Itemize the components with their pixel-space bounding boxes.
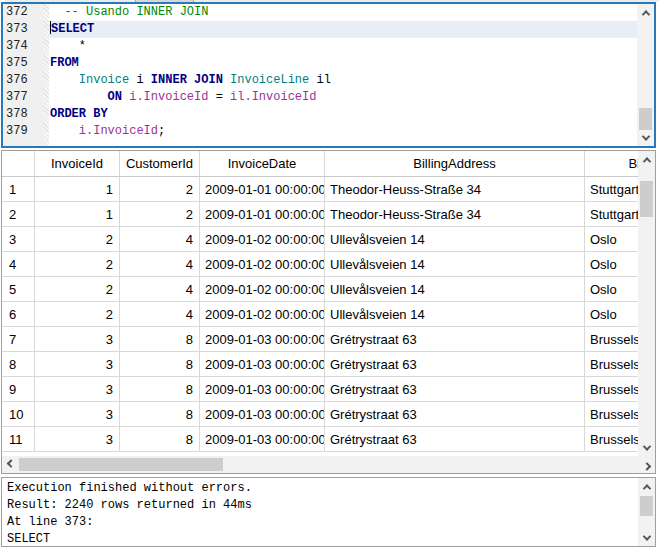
results-scroll-right-button[interactable] (638, 456, 655, 473)
table-cell[interactable]: 8 (120, 327, 200, 352)
table-cell[interactable]: 8 (120, 377, 200, 402)
table-cell[interactable]: 2009-01-01 00:00:00 (200, 177, 325, 202)
code-text[interactable]: i.InvoiceId; (49, 123, 637, 140)
table-cell[interactable]: 2009-01-03 00:00:00 (200, 327, 325, 352)
table-cell[interactable]: 2009-01-02 00:00:00 (200, 227, 325, 252)
table-cell[interactable]: Oslo (585, 252, 638, 277)
log-scroll-down-button[interactable] (638, 529, 655, 546)
log-vertical-scrollbar[interactable] (638, 478, 655, 546)
table-cell[interactable]: Ullevålsveien 14 (325, 252, 585, 277)
execution-log-pane[interactable]: Execution finished without errors.Result… (1, 477, 656, 547)
results-hscrollbar-thumb[interactable] (19, 458, 223, 471)
code-line[interactable]: 373SELECT (3, 21, 637, 38)
table-row[interactable]: 5242009-01-02 00:00:00Ullevålsveien 14Os… (2, 277, 638, 302)
row-number[interactable]: 9 (2, 377, 35, 402)
table-cell[interactable]: 2009-01-03 00:00:00 (200, 402, 325, 427)
table-cell[interactable]: 8 (120, 352, 200, 377)
table-row[interactable]: 11382009-01-03 00:00:00Grétrystraat 63Br… (2, 427, 638, 452)
results-scroll-down-button[interactable] (638, 439, 655, 456)
table-cell[interactable]: Brussels (585, 352, 638, 377)
code-text[interactable]: ORDER BY (49, 106, 637, 123)
results-vertical-scrollbar[interactable] (638, 151, 655, 456)
code-text[interactable]: ON i.InvoiceId = il.InvoiceId (49, 89, 637, 106)
table-cell[interactable]: Brussels (585, 402, 638, 427)
code-line[interactable]: 377 ON i.InvoiceId = il.InvoiceId (3, 89, 637, 106)
editor-vertical-scrollbar[interactable] (637, 4, 654, 146)
table-cell[interactable]: Ullevålsveien 14 (325, 302, 585, 327)
table-cell[interactable]: Ullevålsveien 14 (325, 227, 585, 252)
table-cell[interactable]: 3 (35, 352, 120, 377)
table-cell[interactable]: Theodor-Heuss-Straße 34 (325, 177, 585, 202)
table-row[interactable]: 1122009-01-01 00:00:00Theodor-Heuss-Stra… (2, 177, 638, 202)
row-number[interactable]: 10 (2, 402, 35, 427)
table-cell[interactable]: 4 (120, 302, 200, 327)
corner-header[interactable] (2, 151, 35, 177)
table-cell[interactable]: Grétrystraat 63 (325, 327, 585, 352)
table-cell[interactable]: 2009-01-03 00:00:00 (200, 427, 325, 452)
table-cell[interactable]: Oslo (585, 302, 638, 327)
row-number[interactable]: 4 (2, 252, 35, 277)
table-cell[interactable]: Brussels (585, 327, 638, 352)
table-cell[interactable]: Ullevålsveien 14 (325, 277, 585, 302)
table-cell[interactable]: Grétrystraat 63 (325, 427, 585, 452)
table-row[interactable]: 8382009-01-03 00:00:00Grétrystraat 63Bru… (2, 352, 638, 377)
column-header[interactable]: InvoiceDate (200, 151, 325, 177)
results-horizontal-scrollbar[interactable] (2, 456, 655, 473)
table-cell[interactable]: 4 (120, 252, 200, 277)
table-cell[interactable]: 2 (120, 202, 200, 227)
table-cell[interactable]: Stuttgart (585, 202, 638, 227)
row-number[interactable]: 3 (2, 227, 35, 252)
table-row[interactable]: 3242009-01-02 00:00:00Ullevålsveien 14Os… (2, 227, 638, 252)
code-text[interactable]: SELECT (49, 21, 637, 38)
table-row[interactable]: 10382009-01-03 00:00:00Grétrystraat 63Br… (2, 402, 638, 427)
row-number[interactable]: 7 (2, 327, 35, 352)
table-cell[interactable]: 2 (120, 177, 200, 202)
table-cell[interactable]: Stuttgart (585, 177, 638, 202)
table-cell[interactable]: 1 (35, 202, 120, 227)
table-cell[interactable]: Grétrystraat 63 (325, 377, 585, 402)
table-cell[interactable]: 2009-01-02 00:00:00 (200, 252, 325, 277)
code-line[interactable]: 375FROM (3, 55, 637, 72)
table-cell[interactable]: Theodor-Heuss-Straße 34 (325, 202, 585, 227)
table-cell[interactable]: 3 (35, 427, 120, 452)
table-cell[interactable]: 2009-01-02 00:00:00 (200, 302, 325, 327)
code-text[interactable]: FROM (49, 55, 637, 72)
table-cell[interactable]: 2 (35, 227, 120, 252)
code-text[interactable]: * (49, 38, 637, 55)
row-number[interactable]: 5 (2, 277, 35, 302)
row-number[interactable]: 1 (2, 177, 35, 202)
table-row[interactable]: 4242009-01-02 00:00:00Ullevålsveien 14Os… (2, 252, 638, 277)
table-cell[interactable]: Oslo (585, 227, 638, 252)
table-cell[interactable]: Brussels (585, 427, 638, 452)
column-header[interactable]: BillingAddress (325, 151, 585, 177)
code-line[interactable]: 379 i.InvoiceId; (3, 123, 637, 140)
table-cell[interactable]: 2009-01-02 00:00:00 (200, 277, 325, 302)
table-row[interactable]: 2122009-01-01 00:00:00Theodor-Heuss-Stra… (2, 202, 638, 227)
editor-scroll-down-button[interactable] (637, 129, 654, 146)
table-row[interactable]: 9382009-01-03 00:00:00Grétrystraat 63Bru… (2, 377, 638, 402)
code-line[interactable]: 372 -- Usando INNER JOIN (3, 4, 637, 21)
sql-editor-pane[interactable]: 372 -- Usando INNER JOIN373SELECT374 *37… (1, 2, 656, 148)
row-number[interactable]: 6 (2, 302, 35, 327)
row-number[interactable]: 11 (2, 427, 35, 452)
column-header[interactable]: InvoiceId (35, 151, 120, 177)
log-scrollbar-thumb[interactable] (640, 496, 653, 516)
row-number[interactable]: 8 (2, 352, 35, 377)
column-header[interactable]: BillingCity (585, 151, 638, 177)
table-cell[interactable]: Grétrystraat 63 (325, 352, 585, 377)
results-vscrollbar-thumb[interactable] (640, 181, 653, 217)
table-cell[interactable]: 3 (35, 377, 120, 402)
table-row[interactable]: 7382009-01-03 00:00:00Grétrystraat 63Bru… (2, 327, 638, 352)
table-cell[interactable]: Grétrystraat 63 (325, 402, 585, 427)
table-cell[interactable]: 2 (35, 302, 120, 327)
column-header[interactable]: CustomerId (120, 151, 200, 177)
code-line[interactable]: 378ORDER BY (3, 106, 637, 123)
table-cell[interactable]: 2009-01-01 00:00:00 (200, 202, 325, 227)
table-cell[interactable]: 4 (120, 277, 200, 302)
table-cell[interactable]: 2 (35, 252, 120, 277)
editor-scrollbar-thumb[interactable] (639, 108, 652, 130)
code-line[interactable]: 374 * (3, 38, 637, 55)
table-cell[interactable]: 8 (120, 402, 200, 427)
table-cell[interactable]: 3 (35, 402, 120, 427)
editor-scroll-up-button[interactable] (637, 4, 654, 21)
